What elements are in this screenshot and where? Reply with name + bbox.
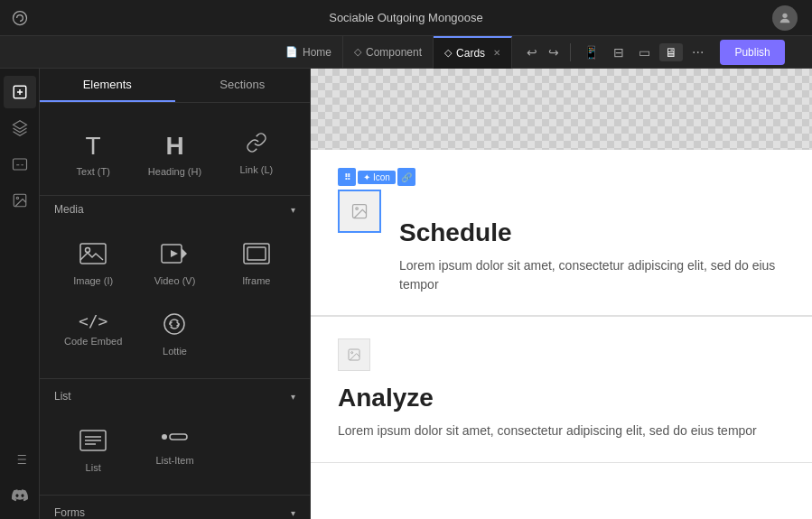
svg-rect-12	[247, 247, 266, 260]
image-icon	[79, 241, 107, 270]
svg-rect-3	[13, 159, 26, 170]
tabbar: 📄 Home ◇ Component ◇ Cards ✕ ↩ ↪ 📱 ⊟ ▭ 🖥…	[0, 36, 812, 69]
more-options-button[interactable]: ···	[686, 42, 709, 62]
component-tab-icon: ◇	[354, 46, 361, 58]
list-item-icon	[160, 428, 189, 449]
tab-close-button[interactable]: ✕	[493, 48, 500, 58]
canvas-area: ⠿ ✦Icon 🔗 Schedule	[311, 69, 812, 519]
media-grid: Image (I) Video (V) Iframe	[40, 223, 310, 375]
svg-point-7	[86, 248, 90, 253]
card-analyze-title: Analyze	[338, 384, 785, 412]
project-title: Sociable Outgoing Mongoose	[329, 11, 483, 24]
assets-button[interactable]	[4, 184, 36, 217]
tablet-view-button[interactable]: ⊟	[608, 43, 630, 61]
undo-button[interactable]: ↩	[523, 43, 541, 61]
main-area: Elements Sections T Text (T) H Heading (…	[0, 69, 812, 519]
card-schedule-title: Schedule	[399, 218, 785, 247]
lottie-element[interactable]: Lottie	[135, 301, 213, 367]
cards-tab-icon: ◇	[444, 47, 452, 59]
card-separator	[311, 315, 812, 316]
canvas-checkered-bg	[311, 69, 812, 150]
canvas-content: ⠿ ✦Icon 🔗 Schedule	[311, 69, 812, 519]
tab-home[interactable]: 📄 Home	[275, 36, 343, 69]
card-analyze-body: Lorem ipsum dolor sit amet, consectetur …	[338, 422, 785, 440]
forms-section: Forms ▾	[40, 499, 310, 519]
list-element[interactable]: List	[54, 417, 132, 484]
redo-button[interactable]: ↪	[545, 43, 563, 61]
card-schedule-body: Lorem ipsum dolor sit amet, consectetur …	[399, 256, 785, 294]
link-element[interactable]: Link (L)	[218, 121, 295, 188]
sidebar-tab-sections[interactable]: Sections	[175, 69, 311, 102]
text-label: Text (T)	[77, 166, 110, 177]
add-element-button[interactable]	[4, 76, 36, 108]
sidebar-tabs: Elements Sections	[40, 69, 310, 103]
media-chevron-icon: ▾	[291, 205, 295, 215]
card-schedule[interactable]: ⠿ ✦Icon 🔗 Schedule	[311, 150, 812, 317]
lottie-icon	[162, 311, 187, 340]
svg-marker-10	[171, 250, 178, 257]
mobile-view-button[interactable]: 📱	[578, 43, 604, 61]
code-embed-icon: </>	[79, 311, 108, 330]
icon-bar	[0, 69, 40, 519]
svg-point-13	[164, 314, 184, 334]
analyze-icon	[338, 338, 370, 371]
home-tab-icon: 📄	[285, 46, 298, 58]
svg-rect-16	[170, 434, 187, 440]
tabbar-divider	[570, 43, 571, 61]
typography-grid: T Text (T) H Heading (H) Link (L)	[40, 114, 310, 195]
list-grid: List List-Item	[40, 410, 310, 491]
section-divider-1	[40, 378, 310, 379]
media-section: Media ▾ Image (I) Video (V)	[40, 196, 310, 375]
svg-point-1	[782, 13, 787, 17]
icon-bar-bottom	[4, 443, 36, 519]
card-schedule-content: Schedule Lorem ipsum dolor sit amet, con…	[338, 171, 785, 294]
text-icon: T	[86, 132, 101, 161]
heading-label: Heading (H)	[148, 166, 201, 177]
link-label: Link (L)	[239, 164, 273, 175]
styles-button[interactable]	[4, 148, 36, 181]
section-divider-2	[40, 495, 310, 496]
forms-section-header[interactable]: Forms ▾	[40, 499, 310, 519]
iframe-icon	[242, 241, 271, 270]
media-section-header[interactable]: Media ▾	[40, 196, 310, 223]
video-element[interactable]: Video (V)	[135, 230, 213, 297]
list-section-header[interactable]: List ▾	[40, 383, 310, 410]
image-element[interactable]: Image (I)	[54, 230, 132, 297]
iframe-element[interactable]: Iframe	[218, 230, 295, 297]
text-element[interactable]: T Text (T)	[54, 121, 132, 188]
tabbar-actions: ↩ ↪ 📱 ⊟ ▭ 🖥 ··· Publish	[516, 40, 792, 65]
list-chevron-icon: ▾	[291, 392, 295, 402]
tab-cards[interactable]: ◇ Cards ✕	[434, 36, 512, 69]
sidebar-content: T Text (T) H Heading (H) Link (L)	[40, 103, 310, 519]
sidebar: Elements Sections T Text (T) H Heading (…	[40, 69, 311, 519]
discord-button[interactable]	[4, 479, 36, 512]
link-icon	[246, 132, 267, 159]
heading-element[interactable]: H Heading (H)	[135, 121, 213, 188]
canvas-scroll[interactable]: ⠿ ✦Icon 🔗 Schedule	[311, 69, 812, 519]
desktop-view-button[interactable]: 🖥	[659, 43, 683, 61]
user-avatar[interactable]	[772, 5, 798, 31]
publish-button[interactable]: Publish	[720, 40, 784, 65]
topbar: Sociable Outgoing Mongoose	[0, 0, 812, 36]
svg-point-15	[162, 434, 167, 440]
code-embed-element[interactable]: </> Code Embed	[54, 301, 132, 367]
app-logo	[0, 9, 40, 27]
analyze-icon-placeholder	[338, 338, 785, 371]
video-icon	[160, 241, 189, 270]
layers-button[interactable]	[4, 112, 36, 144]
svg-rect-6	[80, 244, 106, 264]
list-view-button[interactable]	[4, 443, 36, 476]
heading-icon: H	[165, 132, 183, 161]
svg-marker-9	[182, 248, 187, 259]
tab-component[interactable]: ◇ Component	[343, 36, 434, 69]
forms-chevron-icon: ▾	[291, 508, 295, 518]
list-item-element[interactable]: List-Item	[135, 417, 213, 484]
svg-point-0	[14, 11, 27, 24]
typography-section: T Text (T) H Heading (H) Link (L)	[40, 110, 310, 196]
list-icon	[79, 428, 107, 457]
tablet-landscape-button[interactable]: ▭	[633, 43, 656, 61]
list-section: List ▾ List List-Item	[40, 383, 310, 491]
svg-point-20	[351, 352, 353, 354]
sidebar-tab-elements[interactable]: Elements	[40, 69, 175, 102]
card-analyze[interactable]: Analyze Lorem ipsum dolor sit amet, cons…	[311, 317, 812, 463]
